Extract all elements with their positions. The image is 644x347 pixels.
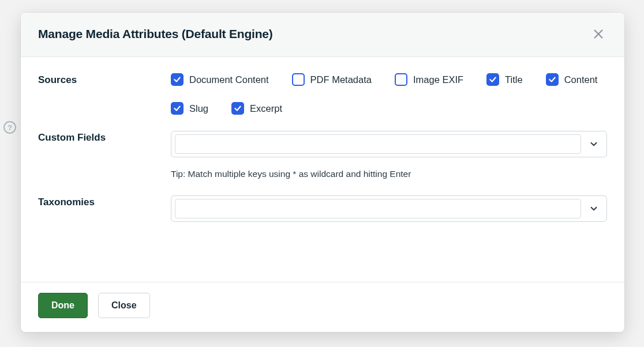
checkbox-icon bbox=[292, 73, 305, 86]
source-option-title[interactable]: Title bbox=[486, 73, 523, 86]
checkbox-icon bbox=[546, 73, 559, 86]
sources-row: Sources Document ContentPDF MetadataImag… bbox=[38, 73, 607, 115]
taxonomies-input[interactable] bbox=[175, 199, 581, 218]
custom-fields-label: Custom Fields bbox=[38, 131, 159, 144]
chevron-down-icon bbox=[589, 203, 599, 214]
chevron-down-icon bbox=[589, 139, 599, 149]
checkbox-icon bbox=[395, 73, 407, 86]
close-icon bbox=[592, 28, 605, 40]
source-option-label: PDF Metadata bbox=[310, 74, 372, 85]
source-option-pdf-metadata[interactable]: PDF Metadata bbox=[292, 73, 372, 86]
source-option-label: Excerpt bbox=[250, 103, 282, 114]
close-icon-button[interactable] bbox=[590, 25, 607, 43]
source-option-image-exif[interactable]: Image EXIF bbox=[395, 73, 463, 86]
custom-fields-caret[interactable] bbox=[581, 131, 606, 157]
taxonomies-caret[interactable] bbox=[581, 196, 606, 221]
custom-fields-row: Custom Fields Tip: Match multiple keys u… bbox=[38, 131, 607, 179]
checkbox-icon bbox=[486, 73, 499, 86]
custom-fields-combobox[interactable] bbox=[171, 131, 607, 157]
modal-title: Manage Media Attributes (Default Engine) bbox=[38, 27, 273, 41]
done-button[interactable]: Done bbox=[38, 293, 88, 318]
modal-footer: Done Close bbox=[21, 282, 624, 332]
custom-fields-tip: Tip: Match multiple keys using * as wild… bbox=[171, 169, 607, 179]
source-option-content[interactable]: Content bbox=[546, 73, 598, 86]
source-option-label: Document Content bbox=[189, 74, 269, 85]
source-option-slug[interactable]: Slug bbox=[171, 102, 208, 115]
manage-media-attributes-modal: Manage Media Attributes (Default Engine)… bbox=[21, 13, 624, 332]
source-option-label: Image EXIF bbox=[413, 74, 463, 85]
checkbox-icon bbox=[171, 73, 184, 86]
taxonomies-row: Taxonomies bbox=[38, 195, 607, 222]
sources-label: Sources bbox=[38, 73, 159, 86]
modal-header: Manage Media Attributes (Default Engine) bbox=[21, 13, 624, 57]
checkbox-icon bbox=[231, 102, 244, 115]
custom-fields-input[interactable] bbox=[175, 134, 581, 154]
source-option-document-content[interactable]: Document Content bbox=[171, 73, 269, 86]
source-option-label: Content bbox=[564, 74, 598, 85]
source-option-excerpt[interactable]: Excerpt bbox=[231, 102, 282, 115]
close-button[interactable]: Close bbox=[98, 293, 150, 318]
checkbox-icon bbox=[171, 102, 184, 115]
taxonomies-combobox[interactable] bbox=[171, 195, 607, 222]
source-option-label: Title bbox=[505, 74, 523, 85]
help-icon: ? bbox=[3, 121, 16, 134]
source-option-label: Slug bbox=[189, 103, 208, 114]
taxonomies-label: Taxonomies bbox=[38, 195, 159, 208]
modal-body: Sources Document ContentPDF MetadataImag… bbox=[21, 57, 624, 282]
sources-options: Document ContentPDF MetadataImage EXIFTi… bbox=[171, 73, 607, 115]
